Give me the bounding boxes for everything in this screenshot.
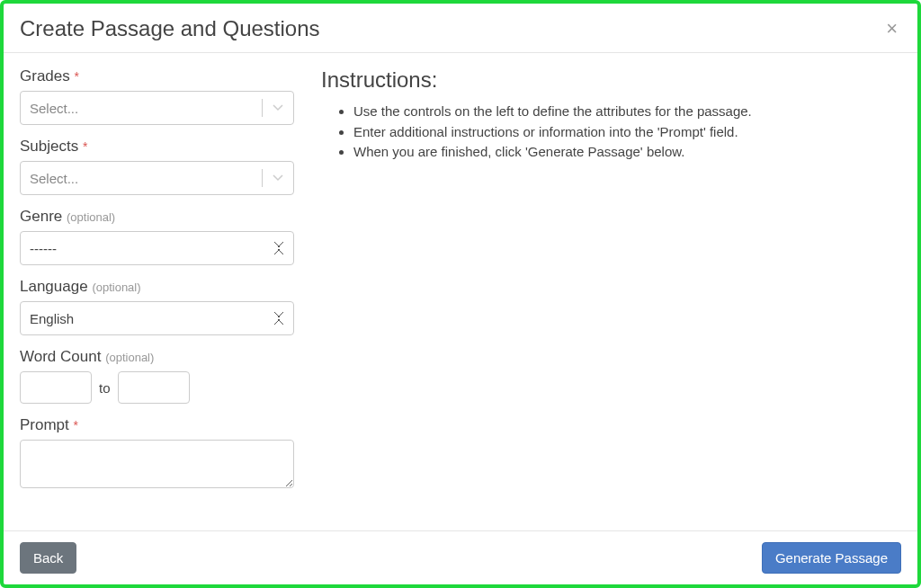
grades-label-text: Grades: [20, 67, 70, 85]
back-button[interactable]: Back: [20, 542, 76, 574]
word-count-label: Word Count (optional): [20, 348, 294, 366]
prompt-group: Prompt *: [20, 416, 294, 492]
language-select-wrap: English: [20, 301, 294, 335]
instructions-column: Instructions: Use the controls on the le…: [321, 67, 901, 514]
genre-label: Genre (optional): [20, 208, 294, 226]
language-select[interactable]: English: [20, 301, 294, 335]
generate-passage-button[interactable]: Generate Passage: [762, 542, 901, 574]
list-item: Use the controls on the left to define t…: [353, 102, 901, 122]
subjects-label-text: Subjects: [20, 138, 78, 155]
required-mark: *: [74, 418, 78, 432]
word-count-to: to: [99, 380, 111, 396]
word-count-max-input[interactable]: [118, 371, 190, 404]
close-icon[interactable]: ×: [882, 19, 901, 39]
modal-header: Create Passage and Questions ×: [4, 4, 917, 53]
modal-title: Create Passage and Questions: [20, 16, 320, 41]
subjects-select[interactable]: Select...: [20, 161, 294, 195]
required-mark: *: [74, 69, 78, 84]
subjects-label: Subjects *: [20, 138, 294, 156]
grades-label: Grades *: [20, 67, 294, 85]
subjects-placeholder: Select...: [21, 171, 262, 186]
genre-select-wrap: ------: [20, 231, 294, 265]
optional-text: (optional): [67, 210, 115, 224]
word-count-label-text: Word Count: [20, 348, 101, 365]
language-group: Language (optional) English: [20, 278, 294, 335]
word-count-row: to: [20, 371, 294, 404]
prompt-label-text: Prompt: [20, 416, 69, 433]
modal-body-wrap: Grades * Select... Subjects *: [4, 53, 917, 530]
subjects-group: Subjects * Select...: [20, 138, 294, 195]
word-count-group: Word Count (optional) to: [20, 348, 294, 404]
required-mark: *: [83, 139, 87, 154]
modal-body: Grades * Select... Subjects *: [4, 53, 917, 530]
prompt-textarea[interactable]: [20, 440, 294, 488]
prompt-label: Prompt *: [20, 416, 294, 434]
optional-text: (optional): [105, 351, 154, 364]
grades-group: Grades * Select...: [20, 67, 294, 125]
grades-select[interactable]: Select...: [20, 91, 294, 125]
form-column: Grades * Select... Subjects *: [20, 67, 294, 514]
modal-frame: Create Passage and Questions × Grades * …: [0, 0, 921, 588]
modal-footer: Back Generate Passage: [4, 530, 917, 584]
instructions-title: Instructions:: [321, 67, 901, 93]
list-item: Enter additional instructions or informa…: [353, 122, 901, 143]
word-count-min-input[interactable]: [20, 371, 92, 404]
genre-label-text: Genre: [20, 208, 62, 225]
instructions-list: Use the controls on the left to define t…: [321, 102, 901, 163]
genre-group: Genre (optional) ------: [20, 208, 294, 265]
optional-text: (optional): [92, 281, 140, 294]
list-item: When you are finished, click 'Generate P…: [353, 142, 901, 163]
chevron-down-icon: [263, 104, 293, 111]
grades-placeholder: Select...: [21, 101, 262, 116]
language-label-text: Language: [20, 278, 88, 295]
language-label: Language (optional): [20, 278, 294, 296]
genre-select[interactable]: ------: [20, 231, 294, 265]
chevron-down-icon: [263, 174, 293, 182]
